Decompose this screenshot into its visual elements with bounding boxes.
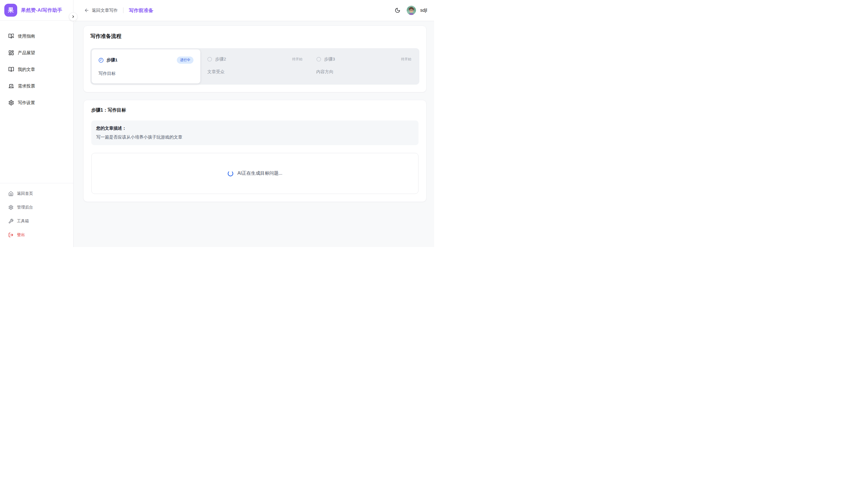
back-to-writing-link[interactable]: 返回文章写作 [84, 8, 118, 13]
sidebar-item-label: 需求投票 [18, 83, 35, 89]
sidebar-item-logout[interactable]: 登出 [3, 229, 70, 241]
logout-icon [8, 232, 14, 238]
username: sdjl [420, 8, 427, 13]
loading-text: AI正在生成目标问题... [237, 170, 282, 176]
clock-icon [98, 58, 104, 63]
step-subtitle: 文章受众 [207, 69, 302, 75]
sidebar-nav: 使用指南 产品展望 我的文章 需求投票 写作设置 [0, 21, 73, 183]
in-progress-badge: 进行中 [177, 57, 193, 64]
pending-status: 待开始 [401, 57, 411, 62]
sidebar-item-home[interactable]: 返回首页 [3, 188, 70, 200]
step-detail-title: 步骤1：写作目标 [91, 107, 419, 113]
step-detail-card: 步骤1：写作目标 您的文章描述： 写一篇是否应该从小培养小孩子玩游戏的文章 AI… [83, 100, 427, 202]
pending-circle-icon [207, 57, 212, 62]
home-icon [8, 191, 14, 196]
sidebar-item-guide[interactable]: 使用指南 [3, 29, 70, 43]
top-header: 返回文章写作 写作前准备 [73, 0, 434, 21]
writing-settings-icon [8, 100, 14, 106]
arrow-left-icon [84, 8, 89, 13]
step-2-card: 步骤2 待开始 文章受众 [200, 49, 309, 83]
page-title: 写作前准备 [129, 7, 153, 14]
main-panel: 返回文章写作 写作前准备 [73, 0, 434, 247]
step-name: 步骤2 [215, 57, 226, 62]
sidebar-item-feature-vote[interactable]: 需求投票 [3, 79, 70, 93]
step-head: 步骤3 待开始 [316, 57, 411, 62]
user-avatar[interactable] [407, 6, 416, 15]
guide-book-icon [8, 33, 14, 39]
dark-mode-toggle[interactable] [393, 5, 402, 15]
chevron-right-icon [71, 15, 75, 19]
toolbox-wrench-icon [8, 218, 14, 224]
sidebar-item-admin[interactable]: 管理后台 [3, 202, 70, 213]
sidebar-item-label: 使用指南 [18, 34, 35, 39]
sidebar-item-label: 登出 [17, 232, 25, 238]
step-head: 步骤1 进行中 [98, 57, 193, 64]
sidebar-item-toolbox[interactable]: 工具箱 [3, 215, 70, 227]
my-articles-icon [8, 66, 14, 72]
step-3-card: 步骤3 待开始 内容方向 [310, 49, 418, 83]
header-divider [123, 7, 124, 13]
sidebar-item-label: 我的文章 [18, 67, 35, 72]
feature-vote-icon [8, 83, 14, 89]
sidebar-item-writing-settings[interactable]: 写作设置 [3, 96, 70, 110]
sidebar: 果 果然赞-AI写作助手 使用指南 产品展望 我的文章 需求投票 写作设置 [0, 0, 73, 247]
step-1-card[interactable]: 步骤1 进行中 写作目标 [92, 49, 200, 83]
product-outlook-icon [8, 50, 14, 56]
admin-gear-icon [8, 205, 14, 210]
sidebar-item-my-articles[interactable]: 我的文章 [3, 62, 70, 76]
step-head: 步骤2 待开始 [207, 57, 302, 62]
sidebar-footer: 返回首页 管理后台 工具箱 登出 [0, 183, 73, 247]
sidebar-item-label: 返回首页 [17, 191, 33, 196]
step-name: 步骤3 [324, 57, 335, 62]
sidebar-item-product-outlook[interactable]: 产品展望 [3, 46, 70, 60]
description-text: 写一篇是否应该从小培养小孩子玩游戏的文章 [96, 135, 413, 140]
sidebar-item-label: 写作设置 [18, 100, 35, 106]
step-name: 步骤1 [107, 57, 117, 63]
sidebar-collapse-button[interactable] [69, 12, 77, 21]
content-area: 写作准备流程 步骤1 进行中 写作目标 步骤2 待开始 [73, 21, 434, 247]
pending-circle-icon [316, 57, 321, 62]
steps-container: 步骤1 进行中 写作目标 步骤2 待开始 文章受众 [90, 48, 419, 84]
pending-status: 待开始 [292, 57, 302, 62]
app-title: 果然赞-AI写作助手 [21, 7, 62, 14]
back-link-label: 返回文章写作 [92, 8, 118, 13]
writing-flow-card: 写作准备流程 步骤1 进行中 写作目标 步骤2 待开始 [83, 25, 427, 92]
header-actions: sdjl [393, 5, 427, 15]
article-description-box: 您的文章描述： 写一篇是否应该从小培养小孩子玩游戏的文章 [91, 120, 419, 145]
step-subtitle: 内容方向 [316, 69, 411, 75]
step-subtitle: 写作目标 [98, 71, 193, 76]
ai-loading-panel: AI正在生成目标问题... [91, 153, 419, 194]
flow-card-title: 写作准备流程 [90, 33, 419, 40]
sidebar-item-label: 管理后台 [17, 205, 33, 210]
moon-icon [395, 7, 401, 13]
sidebar-item-label: 工具箱 [17, 218, 29, 224]
loading-spinner-icon [227, 170, 234, 177]
app-logo: 果 [4, 4, 17, 17]
sidebar-item-label: 产品展望 [18, 50, 35, 56]
avatar-image [407, 6, 416, 15]
description-label: 您的文章描述： [96, 126, 413, 131]
brand-header: 果 果然赞-AI写作助手 [0, 0, 73, 21]
